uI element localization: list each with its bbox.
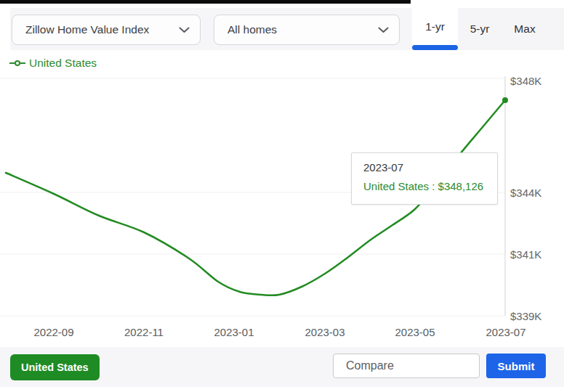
legend-label: United States: [29, 57, 97, 70]
tab-5yr[interactable]: 5-yr: [458, 8, 501, 50]
x-tick-label: 2022-09: [25, 326, 83, 338]
tooltip-date: 2023-07: [363, 161, 486, 173]
x-tick-label: 2022-11: [115, 326, 173, 338]
line-marker-icon: [9, 60, 25, 67]
x-tick-label: 2023-03: [296, 326, 354, 338]
y-tick-label: $339K: [510, 310, 561, 322]
bottom-bar: United States Submit: [0, 347, 564, 387]
y-tick-label: $341K: [510, 248, 561, 261]
submit-button[interactable]: Submit: [486, 354, 546, 378]
region-chip-united-states[interactable]: United States: [10, 354, 100, 380]
compare-input[interactable]: [333, 354, 480, 378]
series-end-dot: [502, 97, 508, 103]
chevron-down-icon: [378, 27, 389, 33]
tab-max[interactable]: Max: [501, 8, 548, 50]
y-tick-label: $348K: [510, 75, 561, 87]
y-tick-label: $344K: [510, 187, 561, 199]
home-type-dropdown-value: All homes: [227, 23, 277, 36]
active-tab-underline: [412, 45, 458, 50]
tab-1yr[interactable]: 1-yr: [412, 8, 458, 46]
top-border-strip: [0, 0, 411, 4]
home-type-dropdown[interactable]: All homes: [214, 15, 400, 45]
tooltip-value: United States : $348,126: [363, 180, 486, 192]
metric-dropdown-value: Zillow Home Value Index: [25, 23, 149, 36]
x-tick-label: 2023-01: [205, 326, 263, 338]
metric-dropdown[interactable]: Zillow Home Value Index: [12, 15, 201, 45]
chevron-down-icon: [179, 27, 190, 33]
legend-item-united-states[interactable]: United States: [9, 56, 97, 70]
chart-tooltip: 2023-07 United States : $348,126: [351, 152, 498, 205]
x-tick-label: 2023-07: [477, 326, 535, 338]
x-tick-label: 2023-05: [386, 326, 444, 338]
filters-panel: Zillow Home Value Index All homes: [10, 8, 412, 50]
